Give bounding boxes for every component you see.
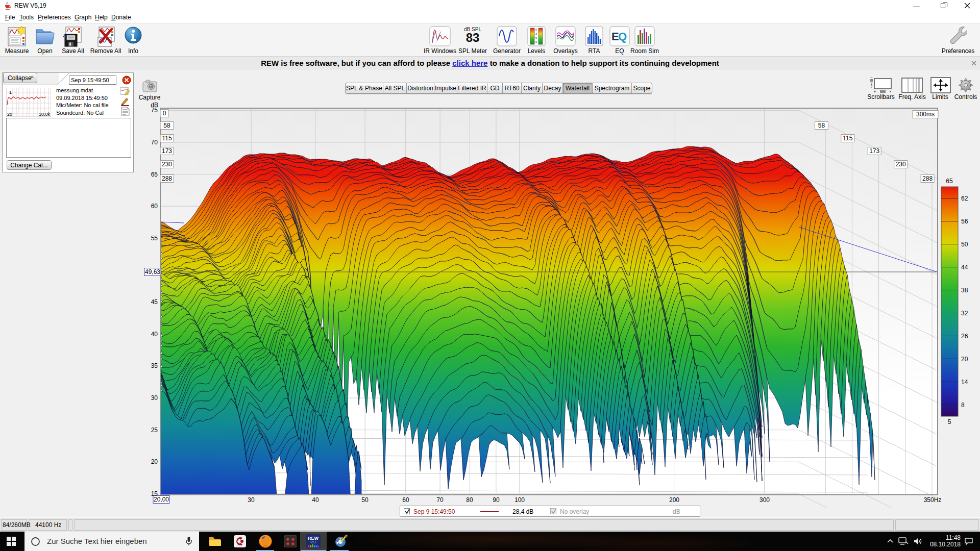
svg-text:173: 173 bbox=[869, 147, 879, 155]
svg-text:6: 6 bbox=[535, 36, 537, 39]
svg-text:230: 230 bbox=[896, 161, 906, 168]
svg-text:3: 3 bbox=[535, 32, 537, 35]
svg-text:50: 50 bbox=[361, 496, 369, 504]
svg-text:30: 30 bbox=[151, 394, 158, 402]
svg-text:70: 70 bbox=[151, 139, 158, 146]
svg-text:115: 115 bbox=[162, 135, 172, 142]
svg-text:32: 32 bbox=[961, 310, 968, 317]
svg-text:0: 0 bbox=[163, 110, 166, 117]
svg-text:15: 15 bbox=[151, 490, 158, 497]
svg-text:50: 50 bbox=[961, 241, 968, 248]
svg-text:44: 44 bbox=[961, 264, 968, 271]
svg-text:8: 8 bbox=[961, 402, 965, 409]
svg-text:75: 75 bbox=[151, 107, 158, 114]
svg-text:38: 38 bbox=[961, 287, 968, 294]
svg-text:60: 60 bbox=[402, 496, 409, 504]
svg-text:58: 58 bbox=[818, 122, 825, 129]
svg-text:115: 115 bbox=[843, 135, 852, 142]
svg-text:173: 173 bbox=[162, 147, 172, 155]
svg-text:40: 40 bbox=[312, 496, 319, 504]
svg-text:25: 25 bbox=[151, 427, 158, 434]
svg-text:0: 0 bbox=[535, 28, 537, 31]
svg-text:30: 30 bbox=[248, 496, 255, 504]
svg-text:65: 65 bbox=[946, 178, 953, 185]
svg-text:300ms: 300ms bbox=[916, 111, 935, 118]
svg-text:35: 35 bbox=[151, 362, 158, 369]
svg-text:90: 90 bbox=[493, 496, 500, 504]
svg-text:350Hz: 350Hz bbox=[924, 496, 942, 504]
svg-text:20: 20 bbox=[7, 112, 12, 117]
svg-text:20: 20 bbox=[151, 458, 158, 465]
svg-text:Q: Q bbox=[618, 30, 627, 43]
svg-text:200: 200 bbox=[669, 496, 679, 504]
svg-text:14: 14 bbox=[961, 379, 968, 386]
svg-text:300: 300 bbox=[760, 496, 770, 504]
svg-text:9: 9 bbox=[535, 40, 537, 43]
svg-text:1: 1 bbox=[9, 90, 12, 95]
svg-text:70: 70 bbox=[436, 496, 444, 504]
svg-text:60: 60 bbox=[151, 203, 158, 210]
svg-text:26: 26 bbox=[961, 333, 968, 340]
svg-text:288: 288 bbox=[922, 175, 933, 182]
svg-text:230: 230 bbox=[162, 161, 172, 168]
svg-text:20: 20 bbox=[961, 356, 968, 363]
svg-text:80: 80 bbox=[466, 496, 473, 504]
svg-text:62: 62 bbox=[961, 195, 968, 202]
svg-text:100: 100 bbox=[514, 496, 525, 504]
svg-text:56: 56 bbox=[961, 218, 968, 225]
svg-text:58: 58 bbox=[163, 122, 170, 129]
svg-text:288: 288 bbox=[162, 175, 172, 182]
svg-text:55: 55 bbox=[151, 235, 158, 242]
svg-text:10,0k: 10,0k bbox=[39, 112, 51, 117]
svg-text:5: 5 bbox=[948, 418, 951, 425]
svg-text:49,63: 49,63 bbox=[145, 268, 160, 276]
svg-text:REW: REW bbox=[308, 536, 319, 541]
svg-text:45: 45 bbox=[151, 298, 158, 306]
svg-text:40: 40 bbox=[151, 331, 158, 338]
svg-text:V5.1: V5.1 bbox=[310, 541, 317, 544]
svg-text:65: 65 bbox=[151, 171, 158, 178]
